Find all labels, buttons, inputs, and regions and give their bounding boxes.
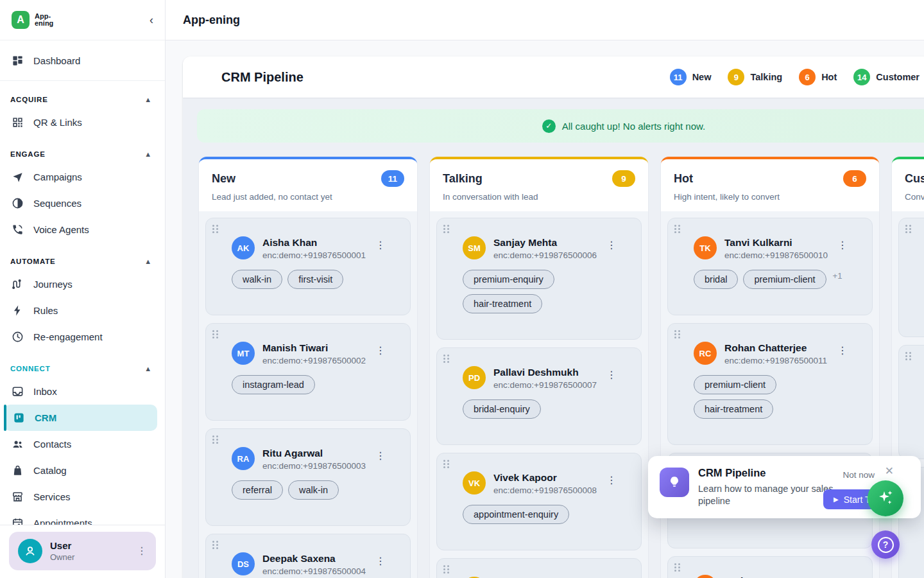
sidebar-item-rules[interactable]: Rules [0,297,165,324]
drag-handle-icon[interactable] [674,225,681,233]
lead-name: Sanjay Mehta [493,235,597,249]
sidebar-item-services[interactable]: Services [0,484,165,510]
drag-handle-icon[interactable] [905,352,912,360]
tag-chip[interactable]: referral [232,480,283,500]
not-now-button[interactable]: Not now [843,470,875,480]
section-label-automate[interactable]: AUTOMATE▲ [0,252,165,271]
lead-card-aisha-khan[interactable]: AKAisha Khanenc:demo:+919876500001⋮walk-… [205,218,411,315]
tag-chip[interactable]: first-visit [287,270,343,289]
tag-chip[interactable]: bridal-enquiry [463,399,541,419]
tag-chip[interactable]: walk-in [232,270,282,289]
card-menu-kebab-icon[interactable]: ⋮ [375,344,386,356]
section-label-connect[interactable]: CONNECT▲ [0,359,165,378]
drag-handle-icon[interactable] [905,225,912,233]
alert-banner: ✓ All caught up! No alerts right now. [197,109,924,143]
calendar-icon [10,516,24,525]
section-label-text: CONNECT [10,365,50,372]
lead-card-sanjay-mehta[interactable]: SMSanjay Mehtaenc:demo:+919876500006⋮pre… [436,218,642,340]
lead-card[interactable] [898,345,924,459]
lead-card[interactable] [898,218,924,337]
avatar: RA [232,447,255,470]
tag-chip[interactable]: hair-treatment [694,399,773,419]
lead-card-vivek-kapoor[interactable]: VKVivek Kapoorenc:demo:+919876500008⋮app… [436,453,642,550]
tag-chip[interactable]: instagram-lead [232,375,315,394]
drag-handle-icon[interactable] [443,460,450,468]
lead-phone: enc:demo:+919876500008 [493,486,597,495]
tag-chip[interactable]: walk-in [288,480,339,500]
sidebar-item-label: Inbox [33,386,57,397]
chevron-up-icon: ▲ [144,96,152,103]
help-fab[interactable]: ? [871,530,900,559]
card-menu-kebab-icon[interactable]: ⋮ [375,555,386,567]
sidebar-collapse-icon[interactable]: ‹ [150,14,153,26]
user-menu-kebab-icon[interactable]: ⋮ [137,546,147,556]
lead-name: Ritu Agarwal [262,446,366,459]
lead-name: Tanvi Kulkarni [724,235,828,249]
lead-phone: enc:demo:+919876500003 [262,461,366,471]
phone-icon [10,223,24,237]
drag-handle-icon[interactable] [212,541,219,549]
sidebar-item-label: CRM [35,412,56,423]
column-subtitle: In conversation with lead [443,192,635,202]
drag-handle-icon[interactable] [674,563,681,572]
lead-card-tanvi-kulkarni[interactable]: TKTanvi Kulkarnienc:demo:+919876500010⋮b… [667,218,873,315]
check-circle-icon: ✓ [542,119,556,133]
drag-handle-icon[interactable] [674,330,681,338]
section-label-acquire[interactable]: ACQUIRE▲ [0,90,165,109]
lead-card-pallavi-deshmukh[interactable]: PDPallavi Deshmukhenc:demo:+919876500007… [436,347,642,445]
sidebar-item-qr-links[interactable]: QR & Links [0,109,165,136]
tag-chip[interactable]: hair-treatment [463,294,542,313]
tag-chip[interactable]: premium-client [743,270,826,289]
tag-chip[interactable]: premium-enquiry [463,270,554,289]
drag-handle-icon[interactable] [212,225,219,233]
sidebar-item-voice-agents[interactable]: Voice Agents [0,216,165,243]
sidebar-item-sequences[interactable]: Sequences [0,190,165,216]
sidebar-item-journeys[interactable]: Journeys [0,271,165,297]
lead-card-ritu-agarwal[interactable]: RARitu Agarwalenc:demo:+919876500003⋮ref… [205,428,411,526]
sidebar-item-catalog[interactable]: Catalog [0,457,165,484]
question-icon: ? [878,537,894,553]
card-menu-kebab-icon[interactable]: ⋮ [606,239,617,251]
contacts-icon [10,437,24,451]
sidebar-item-label: Contacts [33,439,71,450]
close-icon[interactable]: ✕ [885,464,894,478]
lead-phone: enc:demo:+919876500011 [724,356,827,365]
tag-chip[interactable]: appointment-enquiry [463,505,569,524]
popup-description: Learn how to manage your sales pipeline [698,483,836,507]
section-label-engage[interactable]: ENGAGE▲ [0,144,165,164]
sidebar-item-appointments[interactable]: Appointments [0,510,165,525]
column-subtitle: Conv [905,192,924,202]
sidebar-item-campaigns[interactable]: Campaigns [0,164,165,190]
pipeline-header: CRM Pipeline 11New9Talking6Hot14Customer [183,57,924,98]
card-menu-kebab-icon[interactable]: ⋮ [375,239,386,251]
sidebar-item-re-engagement[interactable]: Re-engagement [0,324,165,350]
column-card-list: AKAisha Khanenc:demo:+919876500001⋮walk-… [199,211,417,578]
tag-chip[interactable]: premium-client [694,375,776,394]
card-menu-kebab-icon[interactable]: ⋮ [606,369,617,381]
sidebar-logo-row: A App- ening ‹ [0,0,165,40]
user-card[interactable]: User Owner ⋮ [9,532,156,570]
card-menu-kebab-icon[interactable]: ⋮ [837,344,848,356]
lead-card-rohan-chatterjee[interactable]: RCRohan Chatterjeeenc:demo:+919876500011… [667,323,873,445]
drag-handle-icon[interactable] [212,435,219,444]
sidebar-item-dashboard[interactable]: Dashboard [0,48,165,74]
lead-info: Amit Kumar [724,574,781,578]
ai-assistant-fab[interactable] [868,480,903,516]
sidebar-item-crm[interactable]: CRM [4,405,157,431]
drag-handle-icon[interactable] [443,565,450,574]
lead-card-deepak-saxena[interactable]: DSDeepak Saxenaenc:demo:+919876500004⋮ [205,534,411,578]
tag-chip[interactable]: bridal [694,270,738,289]
drag-handle-icon[interactable] [212,330,219,338]
drag-handle-icon[interactable] [443,355,450,363]
card-menu-kebab-icon[interactable]: ⋮ [837,239,848,251]
sidebar-item-inbox[interactable]: Inbox [0,378,165,405]
drag-handle-icon[interactable] [443,225,450,233]
lead-info: Tanvi Kulkarnienc:demo:+919876500010 [724,235,828,260]
card-menu-kebab-icon[interactable]: ⋮ [606,474,617,486]
lead-card-amit-kumar[interactable]: AKAmit Kumar⋮ [667,556,873,578]
card-menu-kebab-icon[interactable]: ⋮ [375,450,386,462]
lead-card-nandini-shetty[interactable]: NSNandini Shetty⋮ [436,558,642,578]
sidebar-item-contacts[interactable]: Contacts [0,431,165,457]
stat-label: New [692,72,712,82]
lead-card-manish-tiwari[interactable]: MTManish Tiwarienc:demo:+919876500002⋮in… [205,323,411,421]
